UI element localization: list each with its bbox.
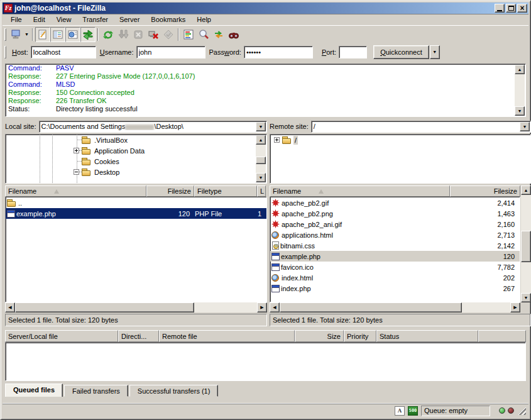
password-input[interactable] (244, 46, 313, 58)
menu-view[interactable]: View (51, 14, 77, 25)
scroll-up-icon[interactable]: ▲ (521, 185, 531, 195)
scrollbar-thumb[interactable] (521, 231, 531, 262)
expand-icon[interactable] (274, 137, 280, 143)
close-button[interactable]: × (517, 4, 527, 13)
maximize-button[interactable] (506, 4, 516, 13)
toggle-local-tree-button[interactable] (50, 27, 65, 42)
file-row[interactable]: favicon.ico7,782 (270, 262, 520, 272)
local-horizontal-scrollbar[interactable]: ◀ ▶ (5, 302, 267, 312)
column-header-last-modified[interactable]: L (257, 185, 266, 197)
dropdown-arrow-icon[interactable]: ▼ (520, 122, 530, 131)
title-bar[interactable]: Fz john@localhost - FileZilla × (3, 3, 528, 14)
tab-failed-transfers[interactable]: Failed transfers (64, 385, 128, 397)
site-manager-dropdown[interactable]: ▼ (23, 28, 30, 41)
remote-horizontal-scrollbar[interactable]: ◀ ▶ (270, 302, 520, 312)
refresh-button[interactable] (101, 27, 116, 42)
scroll-down-icon[interactable]: ▼ (256, 173, 266, 182)
scroll-down-icon[interactable]: ▼ (515, 106, 525, 116)
toolbar-grip[interactable] (4, 28, 6, 41)
file-row[interactable]: apache_pb2_ani.gif2,160 (270, 219, 520, 229)
remote-list-body[interactable]: apache_pb2.gif2,414 apache_pb2.png1,463 … (270, 197, 520, 302)
log-scrollbar[interactable]: ▲ ▼ (515, 65, 525, 116)
quickconnect-button[interactable]: Quickconnect (373, 45, 429, 59)
file-row[interactable]: apache_pb2.png1,463 (270, 208, 520, 219)
menu-transfer[interactable]: Transfer (77, 14, 114, 25)
collapse-icon[interactable] (74, 169, 79, 175)
ascii-data-type-icon[interactable]: A (395, 406, 405, 416)
local-tree-scrollbar[interactable]: ▲ ▼ (256, 135, 266, 182)
minimize-button[interactable] (495, 4, 505, 13)
remote-site-combobox[interactable]: / ▼ (311, 121, 531, 133)
column-header-size[interactable]: Size (295, 330, 344, 342)
filter-button[interactable] (181, 27, 196, 42)
scroll-left-icon[interactable]: ◀ (5, 302, 15, 312)
tab-queued-files[interactable]: Queued files (5, 384, 63, 397)
menu-file[interactable]: File (5, 14, 28, 25)
scroll-right-icon[interactable]: ▶ (510, 302, 520, 312)
menu-bookmarks[interactable]: Bookmarks (145, 14, 191, 25)
column-header-server-local-file[interactable]: Server/Local file (5, 330, 118, 342)
process-queue-button[interactable] (116, 27, 131, 42)
find-files-button[interactable] (226, 27, 241, 42)
tree-item-cookies[interactable]: Cookies (6, 156, 266, 167)
tree-item-virtualbox[interactable]: .VirtualBox (6, 135, 266, 145)
speed-limit-indicator-icon[interactable]: 500 (408, 406, 418, 416)
tree-item-root[interactable]: / (270, 135, 530, 145)
synchronized-browsing-button[interactable] (211, 27, 226, 42)
scroll-down-icon[interactable]: ▼ (521, 293, 531, 302)
toggle-transfer-queue-button[interactable] (80, 27, 96, 42)
scroll-left-icon[interactable]: ◀ (270, 302, 280, 312)
menu-edit[interactable]: Edit (28, 14, 51, 25)
column-header-filename[interactable]: Filename (270, 185, 450, 197)
port-input[interactable] (339, 46, 367, 58)
scrollbar-thumb[interactable] (15, 302, 194, 312)
column-header-status[interactable]: Status (376, 330, 478, 342)
message-log[interactable]: Command:PASV Response:227 Entering Passi… (5, 64, 526, 117)
queue-body[interactable] (5, 342, 526, 381)
column-header-priority[interactable]: Priority (344, 330, 376, 342)
file-row[interactable]: bitnami.css2,142 (270, 240, 520, 251)
username-input[interactable] (136, 46, 205, 58)
resize-grip[interactable] (518, 407, 526, 415)
cancel-operation-button[interactable] (131, 27, 146, 42)
local-list-body[interactable]: .. example.php 120 PHP File 1 (5, 197, 267, 302)
scrollbar-thumb[interactable] (256, 157, 266, 164)
directory-comparison-button[interactable] (196, 27, 211, 42)
quickconnect-grip[interactable] (4, 46, 6, 58)
quickconnect-dropdown[interactable]: ▼ (430, 45, 440, 59)
scroll-up-icon[interactable]: ▲ (256, 135, 266, 145)
host-input[interactable] (31, 46, 96, 58)
toggle-message-log-button[interactable] (35, 27, 50, 42)
tree-item-application-data[interactable]: Application Data (6, 145, 266, 156)
remote-vertical-scrollbar[interactable]: ▲ ▼ (521, 185, 531, 302)
scrollbar-thumb[interactable] (280, 302, 462, 312)
file-row[interactable]: index.html202 (270, 272, 520, 283)
column-header-direction[interactable]: Directi... (118, 330, 159, 342)
remote-tree[interactable]: / (270, 134, 531, 184)
file-row-parent-dir[interactable]: .. (6, 197, 266, 208)
file-row[interactable]: index.php267 (270, 283, 520, 294)
reconnect-button[interactable] (161, 27, 176, 42)
file-row[interactable]: apache_pb2.gif2,414 (270, 197, 520, 208)
file-row-selected[interactable]: example.php120 (270, 251, 520, 262)
file-row[interactable]: applications.html2,713 (270, 229, 520, 240)
tree-item-desktop[interactable]: Desktop (6, 167, 266, 177)
dropdown-arrow-icon[interactable]: ▼ (256, 122, 266, 131)
disconnect-button[interactable] (146, 27, 161, 42)
column-header-filesize[interactable]: Filesize (450, 185, 520, 197)
toggle-remote-tree-button[interactable] (65, 27, 80, 42)
menu-server[interactable]: Server (114, 14, 145, 25)
column-header-filesize[interactable]: Filesize (146, 185, 194, 197)
menu-help[interactable]: Help (191, 14, 217, 25)
scroll-up-icon[interactable]: ▲ (515, 65, 525, 74)
tab-successful-transfers[interactable]: Successful transfers (1) (129, 385, 219, 397)
column-header-filetype[interactable]: Filetype (194, 185, 257, 197)
file-row-example-php[interactable]: example.php 120 PHP File 1 (6, 208, 266, 219)
expand-icon[interactable] (74, 148, 79, 153)
scroll-right-icon[interactable]: ▶ (257, 302, 267, 312)
column-header-remote-file[interactable]: Remote file (159, 330, 295, 342)
local-site-combobox[interactable]: C:\Documents and Settings\Desktop\ ▼ (39, 121, 267, 133)
local-tree[interactable]: .VirtualBox Application Data Cookies Des… (5, 134, 267, 184)
site-manager-button[interactable] (8, 27, 23, 42)
column-header-filename[interactable]: Filename (5, 185, 146, 197)
